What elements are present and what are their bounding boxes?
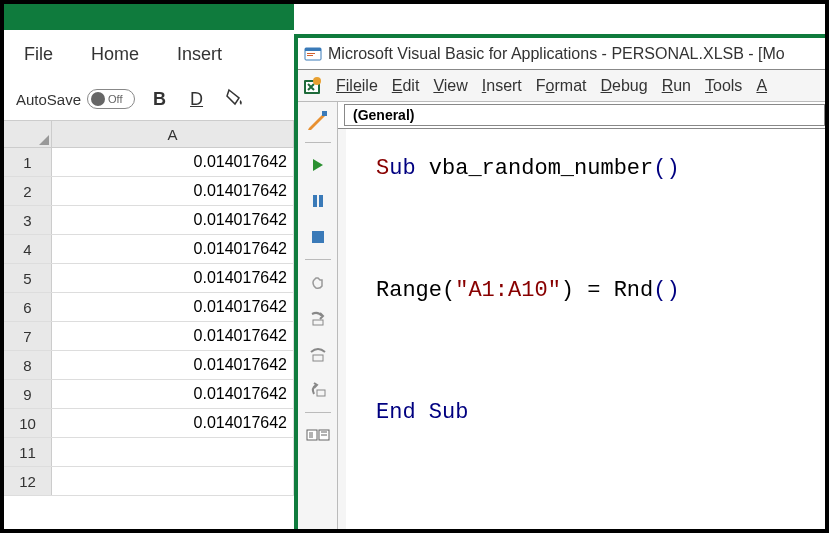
cell[interactable]: 0.014017642 <box>52 409 294 437</box>
cell[interactable]: 0.014017642 <box>52 380 294 408</box>
step-over-icon[interactable] <box>304 340 332 368</box>
svg-rect-3 <box>307 55 313 56</box>
row-header[interactable]: 9 <box>4 380 52 408</box>
row-header[interactable]: 6 <box>4 293 52 321</box>
row-header[interactable]: 2 <box>4 177 52 205</box>
svg-rect-11 <box>313 320 323 325</box>
row-header[interactable]: 8 <box>4 351 52 379</box>
vbe-menu-tools[interactable]: Tools <box>705 77 742 95</box>
vbe-titlebar: Microsoft Visual Basic for Applications … <box>298 38 825 70</box>
table-row: 90.014017642 <box>4 380 294 409</box>
autosave-toggle-group: AutoSave Off <box>16 89 135 109</box>
cell[interactable]: 0.014017642 <box>52 322 294 350</box>
excel-window: File Home Insert AutoSave Off B D <box>4 4 294 529</box>
table-row: 80.014017642 <box>4 351 294 380</box>
cell[interactable]: 0.014017642 <box>52 206 294 234</box>
autosave-state: Off <box>108 93 122 105</box>
vbe-menu-insert[interactable]: Insert <box>482 77 522 95</box>
vbe-menu-debug[interactable]: Debug <box>601 77 648 95</box>
vbe-dropdown-bar: (General) <box>338 102 825 129</box>
excel-menubar: File Home Insert <box>4 30 294 78</box>
table-row: 60.014017642 <box>4 293 294 322</box>
cell[interactable]: 0.014017642 <box>52 293 294 321</box>
menu-insert[interactable]: Insert <box>177 44 222 65</box>
vbe-app-icon <box>304 45 322 63</box>
underline-button[interactable]: D <box>184 87 209 112</box>
row-header[interactable]: 1 <box>4 148 52 176</box>
breakpoint-hand-icon[interactable] <box>304 268 332 296</box>
select-all-corner[interactable] <box>4 121 52 147</box>
cell[interactable] <box>52 467 294 495</box>
toggle-knob <box>91 92 105 106</box>
row-header[interactable]: 5 <box>4 264 52 292</box>
vbe-menu-file[interactable]: Fileile <box>336 77 378 95</box>
svg-rect-13 <box>317 390 325 396</box>
svg-rect-8 <box>313 195 317 207</box>
row-header[interactable]: 3 <box>4 206 52 234</box>
table-row: 70.014017642 <box>4 322 294 351</box>
step-into-icon[interactable] <box>304 304 332 332</box>
view-buttons[interactable] <box>304 421 332 449</box>
bold-button[interactable]: B <box>147 87 172 112</box>
excel-toolbar: AutoSave Off B D <box>4 78 294 120</box>
table-row: 40.014017642 <box>4 235 294 264</box>
svg-rect-2 <box>307 53 315 54</box>
cell[interactable]: 0.014017642 <box>52 177 294 205</box>
table-row: 11 <box>4 438 294 467</box>
cell[interactable]: 0.014017642 <box>52 235 294 263</box>
svg-point-6 <box>313 77 321 85</box>
design-mode-icon[interactable] <box>304 106 332 134</box>
cell[interactable]: 0.014017642 <box>52 351 294 379</box>
row-header[interactable]: 10 <box>4 409 52 437</box>
column-header-a[interactable]: A <box>52 121 294 147</box>
vbe-menu-view[interactable]: View <box>433 77 467 95</box>
table-row: 10.014017642 <box>4 148 294 177</box>
run-icon[interactable] <box>304 151 332 179</box>
vbe-title: Microsoft Visual Basic for Applications … <box>328 45 785 63</box>
vbe-code-editor: (General) Sub vba_random_number() Range(… <box>338 102 825 529</box>
menu-file[interactable]: File <box>24 44 53 65</box>
table-row: 30.014017642 <box>4 206 294 235</box>
excel-return-icon[interactable] <box>302 76 322 96</box>
vbe-menu-edit[interactable]: Edit <box>392 77 420 95</box>
vbe-menu-run[interactable]: Run <box>662 77 691 95</box>
menu-home[interactable]: Home <box>91 44 139 65</box>
excel-grid: A 10.01401764220.01401764230.01401764240… <box>4 120 294 496</box>
step-out-icon[interactable] <box>304 376 332 404</box>
svg-rect-9 <box>319 195 323 207</box>
svg-rect-1 <box>305 48 321 51</box>
autosave-label: AutoSave <box>16 91 81 108</box>
cell[interactable]: 0.014017642 <box>52 264 294 292</box>
vbe-menu-addins[interactable]: A <box>756 77 767 95</box>
vbe-menubar: Fileile Edit View Insert Format Debug Ru… <box>298 70 825 102</box>
autosave-toggle[interactable]: Off <box>87 89 135 109</box>
svg-rect-10 <box>312 231 324 243</box>
svg-rect-12 <box>313 355 323 361</box>
table-row: 12 <box>4 467 294 496</box>
pause-icon[interactable] <box>304 187 332 215</box>
object-dropdown[interactable]: (General) <box>344 104 825 126</box>
row-header[interactable]: 12 <box>4 467 52 495</box>
excel-titlebar <box>4 4 294 30</box>
svg-rect-7 <box>322 111 327 116</box>
row-header[interactable]: 7 <box>4 322 52 350</box>
vbe-debug-toolbar <box>298 102 338 529</box>
row-header[interactable]: 11 <box>4 438 52 466</box>
cell[interactable]: 0.014017642 <box>52 148 294 176</box>
table-row: 20.014017642 <box>4 177 294 206</box>
table-row: 100.014017642 <box>4 409 294 438</box>
code-pane[interactable]: Sub vba_random_number() Range("A1:A10") … <box>338 129 825 529</box>
grid-header-row: A <box>4 120 294 148</box>
fill-color-icon[interactable] <box>225 88 247 111</box>
vbe-window: Microsoft Visual Basic for Applications … <box>294 34 825 529</box>
cell[interactable] <box>52 438 294 466</box>
table-row: 50.014017642 <box>4 264 294 293</box>
vbe-menu-format[interactable]: Format <box>536 77 587 95</box>
row-header[interactable]: 4 <box>4 235 52 263</box>
stop-icon[interactable] <box>304 223 332 251</box>
